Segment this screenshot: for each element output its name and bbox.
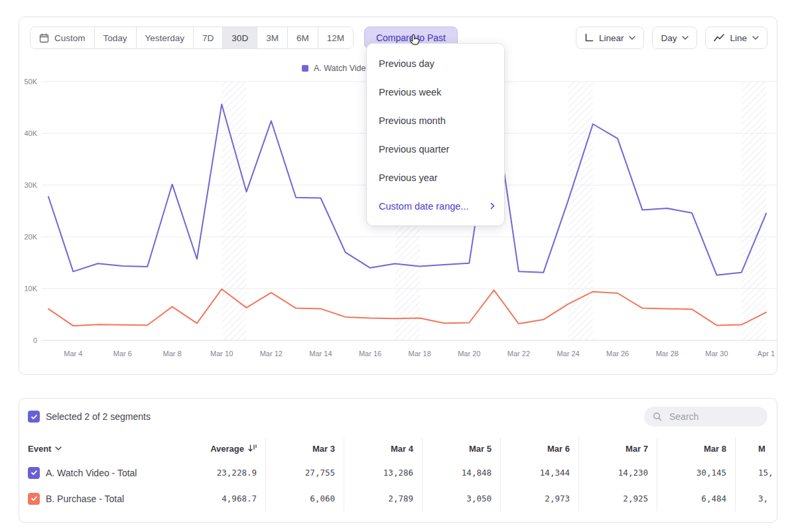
segment-checkbox[interactable] (28, 467, 40, 479)
date-preset-group: Custom TodayYesterday7D30D3M6M12M (30, 27, 354, 49)
table-row-a-watch-video-total[interactable]: A. Watch Video - Total23,228.927,75513,2… (19, 460, 777, 486)
chevron-down-icon (55, 446, 62, 450)
header-label: Mar 5 (469, 444, 492, 454)
chart-type-label: Line (730, 33, 747, 43)
preset-6m[interactable]: 6M (287, 27, 318, 48)
value-cell: 15, (735, 460, 777, 486)
search-input[interactable] (668, 411, 760, 423)
col-header-mar-6: Mar 6 (500, 437, 578, 460)
value-cell: 6,060 (265, 486, 344, 511)
y-axis-label: 50K (24, 78, 37, 86)
header-label: Mar 8 (704, 444, 726, 454)
header-label: M (758, 444, 765, 454)
header-label: Mar 4 (391, 444, 413, 454)
value-cell: 2,925 (578, 486, 657, 511)
y-axis-label: 30K (24, 181, 37, 189)
value-cell: 6,484 (657, 486, 735, 511)
menu-item-previous-day[interactable]: Previous day (367, 49, 504, 78)
y-axis-label: 0 (33, 336, 37, 344)
x-axis-label: Mar 20 (458, 350, 480, 358)
value-cell: 14,230 (578, 460, 657, 486)
select-all-checkbox[interactable] (28, 411, 40, 423)
col-header-mar-8: Mar 8 (657, 437, 735, 460)
col-header-mar-5: Mar 5 (422, 437, 500, 460)
col-header-event[interactable]: Event (19, 437, 180, 460)
selected-count-label: Selected 2 of 2 segments (46, 411, 151, 422)
scale-dropdown[interactable]: Linear (576, 27, 645, 49)
segments-header: Selected 2 of 2 segments (19, 399, 777, 434)
custom-date-label: Custom (54, 33, 86, 43)
col-header-mar-4: Mar 4 (344, 437, 422, 460)
col-header-mar-3: Mar 3 (265, 437, 344, 460)
value-cell: 13,286 (344, 460, 422, 486)
preset-yesterday[interactable]: Yesterday (136, 27, 194, 48)
col-header-mar-7: Mar 7 (578, 437, 657, 460)
col-header-m: M (735, 437, 777, 460)
analytics-page: Custom TodayYesterday7D30D3M6M12M Compar… (0, 0, 796, 532)
value-cell: 30,145 (657, 460, 735, 486)
x-axis-label: Mar 16 (359, 350, 381, 358)
x-axis-label: Mar 26 (606, 350, 629, 358)
preset-3m[interactable]: 3M (257, 27, 287, 48)
menu-item-previous-quarter[interactable]: Previous quarter (367, 135, 504, 163)
linear-scale-icon (584, 33, 594, 42)
scale-label: Linear (599, 33, 624, 43)
value-cell: 4,968.7 (180, 486, 265, 511)
chevron-down-icon (629, 36, 635, 40)
x-axis-label: Mar 12 (260, 350, 283, 358)
chevron-down-icon (752, 36, 759, 40)
segments-table: EventAverageMar 3Mar 4Mar 5Mar 6Mar 7Mar… (19, 437, 777, 511)
y-axis-label: 10K (24, 285, 37, 293)
chart-type-dropdown[interactable]: Line (705, 27, 767, 49)
segment-label: B. Purchase - Total (46, 494, 124, 504)
interval-label: Day (661, 33, 677, 43)
preset-30d[interactable]: 30D (222, 27, 257, 48)
x-axis-label: Mar 24 (557, 350, 579, 358)
calendar-icon (39, 33, 49, 43)
x-axis-label: Mar 6 (113, 350, 132, 358)
chevron-down-icon (682, 36, 689, 40)
segment-label-cell: A. Watch Video - Total (19, 460, 180, 486)
menu-item-custom-date-range[interactable]: Custom date range... (367, 192, 504, 220)
search-box[interactable] (644, 407, 767, 427)
header-label: Mar 6 (547, 444, 570, 454)
weekend-band (742, 82, 766, 340)
compare-menu-items: Previous dayPrevious weekPrevious monthP… (367, 49, 504, 192)
x-axis-label: Mar 18 (409, 350, 431, 358)
value-cell: 2,973 (500, 486, 578, 511)
table-body: A. Watch Video - Total23,228.927,75513,2… (19, 460, 777, 511)
header-label: Average (210, 444, 244, 454)
table-header-row: EventAverageMar 3Mar 4Mar 5Mar 6Mar 7Mar… (19, 437, 777, 460)
header-label: Mar 7 (626, 444, 648, 454)
col-header-average[interactable]: Average (180, 437, 265, 460)
value-cell: 2,789 (344, 486, 422, 511)
preset-today[interactable]: Today (94, 27, 136, 48)
compare-menu: Previous dayPrevious weekPrevious monthP… (367, 44, 504, 226)
x-axis-label: Mar 10 (210, 350, 233, 358)
preset-7d[interactable]: 7D (193, 27, 222, 48)
chart-controls: Linear Day Line (576, 27, 767, 49)
custom-date-button[interactable]: Custom (31, 27, 94, 48)
value-cell: 3, (735, 486, 777, 511)
value-cell: 3,050 (422, 486, 500, 511)
legend-swatch (302, 65, 308, 72)
custom-date-range-label: Custom date range... (379, 201, 468, 212)
value-cell: 14,344 (500, 460, 578, 486)
table-row-b-purchase-total[interactable]: B. Purchase - Total4,968.76,0602,7893,05… (19, 486, 777, 511)
value-cell: 23,228.9 (180, 460, 265, 486)
segment-label: A. Watch Video - Total (46, 468, 137, 478)
menu-item-previous-year[interactable]: Previous year (367, 163, 504, 192)
segment-checkbox[interactable] (28, 493, 40, 505)
line-chart-icon (714, 34, 724, 42)
preset-12m[interactable]: 12M (318, 27, 353, 48)
interval-dropdown[interactable]: Day (652, 27, 697, 49)
x-axis-label: Mar 14 (309, 350, 332, 358)
x-axis-label: Apr 1 (758, 350, 775, 358)
header-label: Mar 3 (312, 444, 335, 454)
search-icon (652, 411, 663, 422)
menu-item-previous-week[interactable]: Previous week (367, 78, 504, 106)
y-axis-label: 40K (24, 129, 37, 137)
sort-descending-icon (248, 444, 257, 452)
segments-card: Selected 2 of 2 segments EventAverageMar… (19, 398, 777, 523)
menu-item-previous-month[interactable]: Previous month (367, 106, 504, 135)
